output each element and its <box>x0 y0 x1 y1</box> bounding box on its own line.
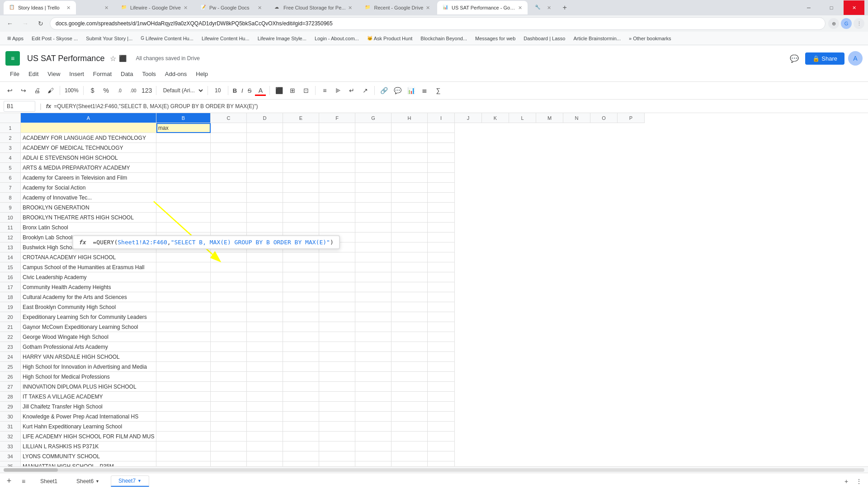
cell-a17[interactable]: Community Health Academy Heights <box>21 282 156 292</box>
cell-f18[interactable] <box>319 292 355 302</box>
bold-button[interactable]: B <box>231 85 239 96</box>
cell-f28[interactable] <box>319 392 355 402</box>
cell-d34[interactable] <box>247 451 283 461</box>
cell-f24[interactable] <box>319 352 355 362</box>
bookmark-ask-ph[interactable]: 🐱 Ask Product Hunt <box>363 34 416 43</box>
cell-d16[interactable] <box>247 272 283 282</box>
row-header-8[interactable]: 8 <box>0 193 21 203</box>
cell-d17[interactable] <box>247 282 283 292</box>
row-header-16[interactable]: 16 <box>0 272 21 282</box>
cell-g1[interactable] <box>355 123 392 133</box>
cell-h20[interactable] <box>392 312 428 322</box>
cell-a34[interactable]: LYONS COMMUNITY SCHOOL <box>21 451 156 461</box>
cell-b8[interactable] <box>156 193 211 203</box>
cell-a8[interactable]: Academy of Innovative Tec... <box>21 193 156 203</box>
cell-i27[interactable] <box>428 382 455 392</box>
cell-i15[interactable] <box>428 262 455 272</box>
cell-i19[interactable] <box>428 302 455 312</box>
cell-i2[interactable] <box>428 133 455 143</box>
cell-i12[interactable] <box>428 233 455 242</box>
row-header-9[interactable]: 9 <box>0 203 21 213</box>
text-wrap-button[interactable]: ↵ <box>345 84 358 97</box>
cell-e26[interactable] <box>283 372 319 382</box>
cell-b6[interactable] <box>156 173 211 183</box>
cell-h16[interactable] <box>392 272 428 282</box>
tab-sat-close[interactable]: ✕ <box>518 5 522 11</box>
bookmark-messages[interactable]: Messages for web <box>472 34 519 43</box>
cell-b7[interactable] <box>156 183 211 193</box>
cell-c20[interactable] <box>211 312 247 322</box>
cell-e7[interactable] <box>283 183 319 193</box>
cell-b28[interactable] <box>156 392 211 402</box>
sheet-tab-sheet1[interactable]: Sheet1 <box>33 476 65 487</box>
cell-f9[interactable] <box>319 203 355 213</box>
cell-h33[interactable] <box>392 442 428 451</box>
cell-i11[interactable] <box>428 223 455 233</box>
cell-a21[interactable]: Gaynor McCown Expeditionary Learning Sch… <box>21 322 156 332</box>
cell-b27[interactable] <box>156 382 211 392</box>
cell-g32[interactable] <box>355 432 392 442</box>
close-button[interactable]: ✕ <box>844 0 864 15</box>
cell-a3[interactable]: ACADEMY OF MEDICAL TECHNOLOGY <box>21 143 156 153</box>
cell-i34[interactable] <box>428 451 455 461</box>
scrollbar-thumb[interactable] <box>4 468 58 472</box>
cell-c27[interactable] <box>211 382 247 392</box>
row-header-11[interactable]: 11 <box>0 223 21 233</box>
sheets-menu-button[interactable]: ⋮ <box>854 476 864 487</box>
cell-g28[interactable] <box>355 392 392 402</box>
cell-f4[interactable] <box>319 153 355 163</box>
col-header-i[interactable]: I <box>428 113 455 123</box>
row-header-13[interactable]: 13 <box>0 242 21 252</box>
cell-g25[interactable] <box>355 362 392 372</box>
menu-insert[interactable]: Insert <box>65 69 89 81</box>
cell-d24[interactable] <box>247 352 283 362</box>
text-rotate-button[interactable]: ↗ <box>359 84 372 97</box>
print-button[interactable]: 🖨 <box>31 84 43 97</box>
cell-f35[interactable] <box>319 461 355 466</box>
minimize-button[interactable]: ─ <box>798 0 819 15</box>
cell-e14[interactable] <box>283 252 319 262</box>
cell-f16[interactable] <box>319 272 355 282</box>
cell-a30[interactable]: Knowledge & Power Prep Acad Internationa… <box>21 412 156 422</box>
cell-f7[interactable] <box>319 183 355 193</box>
cell-d29[interactable] <box>247 402 283 412</box>
col-header-n[interactable]: N <box>563 113 590 123</box>
cell-i26[interactable] <box>428 372 455 382</box>
row-header-23[interactable]: 23 <box>0 342 21 352</box>
redo-button[interactable]: ↪ <box>17 84 30 97</box>
cell-e8[interactable] <box>283 193 319 203</box>
col-header-a[interactable]: A <box>21 113 156 123</box>
menu-help[interactable]: Help <box>191 69 212 81</box>
cell-c17[interactable] <box>211 282 247 292</box>
cell-a7[interactable]: Academy for Social Action <box>21 183 156 193</box>
cell-a5[interactable]: ARTS & MEDIA PREPARATORY ACADEMY <box>21 163 156 173</box>
tab-recent-drive[interactable]: 📁 Recent - Google Drive ✕ <box>359 1 435 14</box>
row-header-21[interactable]: 21 <box>0 322 21 332</box>
address-bar[interactable]: docs.google.com/spreadsheets/d/1nwOHdaRq… <box>50 17 826 30</box>
cell-d9[interactable] <box>247 203 283 213</box>
sheet-nav-button[interactable]: ≡ <box>18 476 29 487</box>
cell-e24[interactable] <box>283 352 319 362</box>
cell-d22[interactable] <box>247 332 283 342</box>
cell-g34[interactable] <box>355 451 392 461</box>
cell-d3[interactable] <box>247 143 283 153</box>
col-header-b[interactable]: B <box>156 113 211 123</box>
cell-g27[interactable] <box>355 382 392 392</box>
explore-button[interactable]: + <box>841 476 852 487</box>
cell-h26[interactable] <box>392 372 428 382</box>
bookmark-lasso[interactable]: Dashboard | Lasso <box>520 34 569 43</box>
cell-e31[interactable] <box>283 422 319 432</box>
cell-c10[interactable] <box>211 213 247 223</box>
cell-b4[interactable] <box>156 153 211 163</box>
cell-c30[interactable] <box>211 412 247 422</box>
menu-file[interactable]: File <box>5 69 24 81</box>
cell-c23[interactable] <box>211 342 247 352</box>
col-header-o[interactable]: O <box>590 113 618 123</box>
cell-h29[interactable] <box>392 402 428 412</box>
cell-h22[interactable] <box>392 332 428 342</box>
bookmark-brainstorm[interactable]: Article Brainstormin... <box>570 34 624 43</box>
cell-c33[interactable] <box>211 442 247 451</box>
cell-h17[interactable] <box>392 282 428 292</box>
strikethrough-button[interactable]: S <box>246 85 254 96</box>
cell-c6[interactable] <box>211 173 247 183</box>
